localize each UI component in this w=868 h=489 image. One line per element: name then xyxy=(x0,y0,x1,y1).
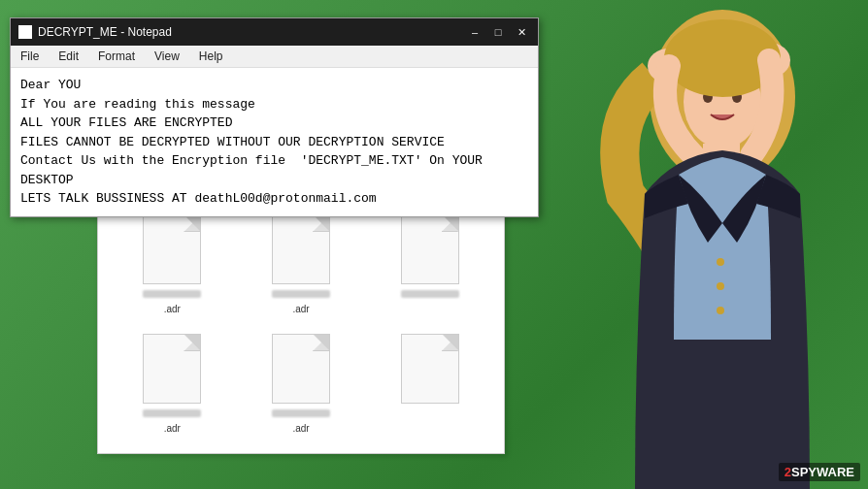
notepad-titlebar: DECRYPT_ME - Notepad – □ ✕ xyxy=(11,18,538,46)
notepad-window: DECRYPT_ME - Notepad – □ ✕ File Edit For… xyxy=(10,17,539,217)
content-line-1: Dear YOU xyxy=(20,76,528,95)
woman-illustration xyxy=(509,0,868,489)
file-icon-6 xyxy=(401,334,459,404)
svg-point-8 xyxy=(717,258,724,266)
list-item[interactable] xyxy=(375,214,484,314)
file-icon-2 xyxy=(272,214,330,284)
menu-view[interactable]: View xyxy=(150,48,184,65)
woman-photo xyxy=(509,0,868,489)
menu-help[interactable]: Help xyxy=(195,48,227,65)
watermark-red: 2 xyxy=(785,465,791,479)
list-item[interactable]: .adr xyxy=(117,334,227,434)
file-explorer: .adr .adr .adr .adr xyxy=(97,194,505,454)
content-line-4: FILES CANNOT BE DECRYPTED WITHOUT OUR DE… xyxy=(20,133,528,152)
notepad-menubar: File Edit Format View Help xyxy=(11,46,538,68)
file-ext-4: .adr xyxy=(164,423,181,434)
file-ext-1: .adr xyxy=(164,304,181,314)
watermark-white: SPYWARE xyxy=(791,465,854,479)
file-label-4 xyxy=(143,409,201,417)
notepad-controls: – □ ✕ xyxy=(466,23,530,41)
file-label-5 xyxy=(272,409,330,417)
svg-point-9 xyxy=(717,282,724,290)
notepad-app-icon xyxy=(18,25,32,39)
menu-file[interactable]: File xyxy=(17,48,43,65)
list-item[interactable]: .adr xyxy=(247,334,356,434)
file-label-3 xyxy=(401,290,459,298)
notepad-title: DECRYPT_ME - Notepad xyxy=(38,25,172,39)
file-label-2 xyxy=(272,290,330,298)
minimize-button[interactable]: – xyxy=(466,23,484,41)
watermark: 2SPYWARE xyxy=(779,463,860,481)
notepad-content[interactable]: Dear YOU If You are reading this message… xyxy=(11,68,538,216)
maximize-button[interactable]: □ xyxy=(489,23,507,41)
close-button[interactable]: ✕ xyxy=(513,23,530,41)
file-label-1 xyxy=(143,290,201,298)
content-line-5: Contact Us with the Encryption file 'DEC… xyxy=(20,151,528,189)
content-line-2: If You are reading this message xyxy=(20,95,528,114)
content-line-3: ALL YOUR FILES ARE ENCRYPTED xyxy=(20,114,528,133)
file-ext-5: .adr xyxy=(292,423,309,434)
content-line-6: LETS TALK BUSSINESS AT deathL00d@protonm… xyxy=(20,189,528,209)
file-icon-3 xyxy=(401,214,459,284)
notepad-title-left: DECRYPT_ME - Notepad xyxy=(18,25,172,39)
list-item[interactable]: .adr xyxy=(247,214,356,314)
file-icon-1 xyxy=(143,214,201,284)
file-icon-4 xyxy=(143,334,201,404)
file-icon-5 xyxy=(272,334,330,404)
menu-format[interactable]: Format xyxy=(94,48,139,65)
file-ext-2: .adr xyxy=(292,304,309,314)
menu-edit[interactable]: Edit xyxy=(54,48,83,65)
svg-point-10 xyxy=(717,307,724,314)
list-item[interactable] xyxy=(375,334,484,434)
list-item[interactable]: .adr xyxy=(117,214,227,314)
